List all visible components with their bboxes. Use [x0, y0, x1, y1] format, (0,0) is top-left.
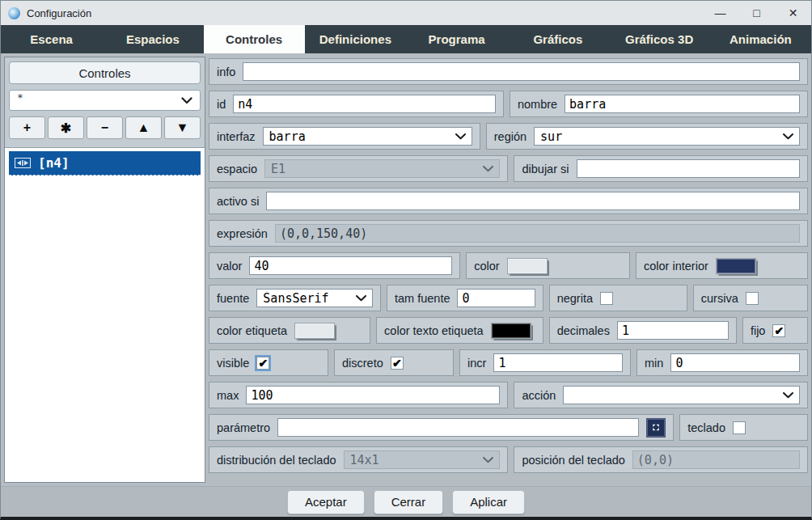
teclado-checkbox[interactable]: [733, 421, 746, 434]
valor-input[interactable]: [249, 256, 452, 275]
window-title: Configuración: [27, 7, 91, 19]
activo-si-input[interactable]: [266, 192, 800, 210]
incr-input[interactable]: [493, 353, 623, 372]
row-activo-si: activo si: [209, 188, 808, 214]
dibujar-si-input[interactable]: [577, 159, 801, 178]
info-input[interactable]: [243, 62, 800, 81]
row-valor-color: valor color color interior: [209, 252, 808, 279]
row-id-nombre: id nombre: [209, 91, 808, 117]
field-parametro: parámetro: [209, 414, 674, 441]
content-area: Controles * + ✱ − ▲ ▼: [1, 53, 811, 486]
tab-espacios[interactable]: Espacios: [102, 25, 203, 53]
field-activo-si: activo si: [209, 188, 808, 214]
add-control-button[interactable]: +: [9, 116, 45, 139]
remove-control-button[interactable]: −: [87, 116, 123, 139]
field-tam-fuente: tam fuente: [387, 285, 543, 311]
close-dialog-button[interactable]: Cerrar: [374, 490, 444, 514]
field-color-etiqueta: color etiqueta: [209, 317, 370, 344]
discreto-checkbox[interactable]: ✔: [391, 357, 404, 370]
tab-programa[interactable]: Programa: [406, 25, 507, 53]
move-down-button[interactable]: ▼: [164, 116, 201, 139]
field-accion: acción: [514, 382, 808, 408]
id-input[interactable]: [233, 95, 496, 113]
distribucion-teclado-value: 14x1: [350, 453, 479, 467]
region-select[interactable]: sur: [534, 127, 800, 146]
tab-escena[interactable]: Escena: [1, 25, 102, 53]
expand-editor-button[interactable]: [646, 418, 666, 438]
duplicate-control-button[interactable]: ✱: [48, 116, 84, 139]
fijo-checkbox[interactable]: ✔: [772, 324, 785, 337]
visible-checkbox[interactable]: ✔: [256, 357, 269, 370]
app-logo-icon: [8, 7, 20, 19]
tab-animacion[interactable]: Animación: [710, 25, 811, 53]
discreto-label: discreto: [342, 357, 383, 370]
field-posicion-teclado: posición del teclado: [514, 446, 808, 473]
field-teclado: teclado: [679, 414, 808, 441]
incr-label: incr: [467, 357, 486, 370]
color-interior-label: color interior: [644, 260, 708, 273]
color-swatch[interactable]: [507, 258, 548, 274]
maximize-button[interactable]: □: [738, 1, 775, 25]
tam-fuente-input[interactable]: [457, 289, 535, 307]
parametro-input[interactable]: [277, 418, 639, 437]
field-valor: valor: [209, 252, 460, 279]
controls-sidebar: Controles * + ✱ − ▲ ▼: [4, 57, 205, 483]
color-texto-etiqueta-swatch[interactable]: [491, 323, 531, 339]
fijo-label: fijo: [751, 324, 766, 337]
controls-list[interactable]: [n4]: [5, 147, 205, 482]
dibujar-si-label: dibujar si: [522, 163, 569, 175]
decimales-input[interactable]: [617, 321, 729, 340]
color-etiqueta-swatch[interactable]: [294, 323, 335, 339]
interfaz-select[interactable]: barra: [263, 127, 472, 146]
color-interior-swatch[interactable]: [716, 258, 756, 274]
field-espacio: espacio E1: [209, 155, 508, 182]
control-properties-form: info id nombre interfaz: [209, 57, 808, 483]
row-fuente: fuente SansSerif tam fuente negrita curs…: [209, 285, 808, 311]
negrita-checkbox[interactable]: [600, 292, 613, 305]
minimize-button[interactable]: —: [702, 1, 738, 25]
tab-definiciones[interactable]: Definiciones: [305, 25, 406, 53]
interfaz-value: barra: [269, 129, 450, 144]
control-filter-select[interactable]: *: [9, 90, 201, 111]
accept-button[interactable]: Aceptar: [287, 490, 365, 514]
field-cursiva: cursiva: [693, 285, 808, 311]
field-color-interior: color interior: [636, 252, 808, 279]
color-etiqueta-label: color etiqueta: [217, 324, 287, 337]
color-texto-etiqueta-label: color texto etiqueta: [384, 324, 484, 337]
tab-bar: Escena Espacios Controles Definiciones P…: [1, 25, 811, 53]
row-etiqueta: color etiqueta color texto etiqueta deci…: [209, 317, 808, 344]
sidebar-header: Controles: [9, 61, 201, 84]
max-input[interactable]: [246, 386, 500, 404]
field-fuente: fuente SansSerif: [209, 285, 381, 311]
decimales-label: decimales: [557, 324, 610, 337]
tab-controles[interactable]: Controles: [204, 25, 305, 53]
chevron-down-icon: [783, 392, 793, 399]
apply-button[interactable]: Aplicar: [452, 490, 525, 514]
expresion-input: [275, 224, 800, 243]
field-color-texto-etiqueta: color texto etiqueta: [376, 317, 543, 344]
field-max: max: [209, 382, 508, 408]
cursiva-checkbox[interactable]: [746, 292, 759, 305]
nombre-input[interactable]: [565, 95, 800, 113]
chevron-down-icon: [356, 295, 366, 302]
espacio-value: E1: [271, 162, 478, 176]
max-label: max: [217, 389, 239, 402]
row-expresion: expresión: [209, 220, 808, 247]
fuente-select[interactable]: SansSerif: [256, 289, 373, 307]
tab-graficos[interactable]: Gráficos: [507, 25, 608, 53]
row-max-accion: max acción: [209, 382, 808, 408]
chevron-down-icon: [455, 133, 466, 140]
min-input[interactable]: [670, 353, 800, 372]
visible-label: visible: [217, 357, 249, 370]
field-min: min: [636, 349, 808, 376]
expand-arrows-icon: [652, 421, 660, 433]
tab-graficos-3d[interactable]: Gráficos 3D: [609, 25, 710, 53]
distribucion-teclado-select: 14x1: [344, 450, 501, 469]
chevron-down-icon: [483, 166, 493, 172]
interfaz-label: interfaz: [217, 130, 256, 143]
move-up-button[interactable]: ▲: [125, 116, 162, 139]
accion-select[interactable]: [563, 386, 800, 404]
row-teclado-config: distribución del teclado 14x1 posición d…: [209, 446, 808, 473]
list-item-n4[interactable]: [n4]: [9, 151, 201, 175]
close-button[interactable]: ✕: [775, 1, 811, 25]
